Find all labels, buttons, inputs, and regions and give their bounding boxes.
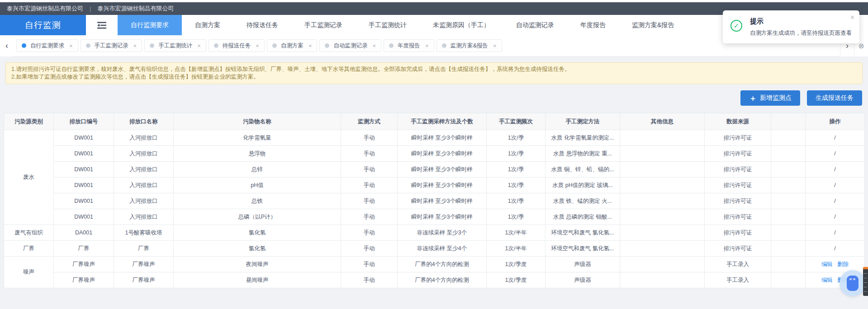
menu-collapse-button[interactable] — [86, 15, 118, 35]
company-name-primary: 泰兴市宏源钢丝制品有限公司 — [7, 5, 83, 13]
edit-link[interactable]: 编辑 — [821, 261, 833, 267]
cell-outlet-name: 1号酸雾吸收塔 — [114, 225, 174, 241]
tab-close-icon[interactable]: × — [425, 42, 429, 49]
cell-pollution-source-category: 废气有组织 — [4, 225, 54, 241]
cell-pollutant: 夜间噪声 — [174, 257, 341, 272]
cell-frequency: 1次/季度 — [487, 272, 545, 288]
tab-2[interactable]: 手工监测统计× — [144, 39, 206, 52]
toast-title: 提示 — [750, 17, 846, 26]
tab-5[interactable]: 自动监测记录× — [319, 39, 381, 52]
nav-item-7[interactable]: 年度报告 — [567, 15, 619, 35]
cell-sampling: 厂界的4个方向的检测 — [398, 257, 487, 272]
tab-0[interactable]: 自行监测要求× — [16, 39, 78, 52]
table-row: 废气有组织DA0011号酸雾吸收塔氯化氢手动非连续采样 至少3个1次/半年环境空… — [4, 225, 865, 241]
tab-close-icon[interactable]: × — [197, 42, 201, 49]
tab-label: 自行监测要求 — [30, 42, 64, 50]
cell-blank — [771, 178, 806, 193]
nav-item-1[interactable]: 自测方案 — [182, 15, 233, 35]
cell-sampling: 瞬时采样 至少3个瞬时样 — [398, 162, 487, 178]
cell-frequency: 1次/半年 — [487, 225, 545, 241]
cell-actions: / — [806, 146, 865, 162]
cell-outlet-name: 入河排放口 — [114, 146, 174, 162]
cell-source: 排污许可证 — [705, 241, 771, 257]
cell-method: 声级器 — [545, 257, 620, 272]
cell-pollutant: 总锌 — [174, 162, 341, 178]
tab-close-icon[interactable]: × — [256, 42, 259, 49]
edge-tick — [864, 282, 867, 283]
cell-mode: 手动 — [341, 209, 398, 225]
edge-toolbar[interactable] — [863, 267, 868, 296]
cell-sampling: 瞬时采样 至少3个瞬时样 — [398, 178, 487, 193]
delete-link[interactable]: 删除 — [837, 261, 849, 267]
cell-mode: 手动 — [341, 257, 398, 272]
cell-pollution-source-category: 噪声 — [4, 257, 54, 288]
column-header-9: 数据来源 — [705, 113, 771, 130]
generate-report-task-button[interactable]: 生成报送任务 — [807, 90, 862, 106]
cell-pollution-source-category: 废水 — [4, 130, 54, 225]
cell-sampling: 非连续采样 至少4个 — [398, 241, 487, 257]
cell-blank — [771, 193, 806, 209]
tab-3[interactable]: 待报送任务× — [209, 39, 265, 52]
tab-4[interactable]: 自测方案× — [267, 39, 318, 52]
monitoring-requirements-table: 污染源类别排放口编号排放口名称污染物名称监测方式手工监测采样方法及个数手工监测频… — [4, 113, 864, 288]
tab-label: 年度报告 — [398, 42, 420, 50]
tab-close-icon[interactable]: × — [69, 42, 73, 49]
tab-close-icon[interactable]: × — [133, 42, 137, 49]
tab-status-dot-icon — [22, 43, 26, 48]
tab-7[interactable]: 监测方案&报告× — [436, 39, 502, 52]
cell-outlet-no: DW001 — [54, 162, 114, 178]
cell-other — [620, 146, 705, 162]
table-toolbar: ＋ 新增监测点 生成报送任务 — [740, 90, 862, 106]
tab-1[interactable]: 手工监测记录× — [81, 39, 142, 52]
tab-close-icon[interactable]: × — [372, 42, 376, 49]
tabs-scroll-left-icon[interactable]: ‹ — [0, 35, 14, 56]
cell-actions: / — [806, 130, 865, 146]
edge-tick — [864, 273, 867, 274]
cell-outlet-no: DW001 — [54, 209, 114, 225]
column-header-3: 污染物名称 — [174, 113, 341, 130]
cell-method: 水质 化学需氧量的测定... — [545, 130, 620, 146]
edge-tick — [864, 287, 867, 287]
cell-source: 手工录入 — [705, 257, 771, 272]
nav-item-6[interactable]: 自动监测记录 — [503, 15, 567, 35]
tab-label: 待报送任务 — [223, 42, 251, 50]
cell-outlet-no: DW001 — [54, 146, 114, 162]
tab-status-dot-icon — [442, 43, 446, 48]
generate-report-task-label: 生成报送任务 — [816, 94, 854, 102]
cell-outlet-no: DW001 — [54, 130, 114, 146]
tab-close-icon[interactable]: × — [308, 42, 312, 49]
cell-mode: 手动 — [341, 225, 398, 241]
toast-close-icon[interactable]: × — [850, 14, 854, 22]
module-title: 自行监测 — [0, 15, 86, 35]
nav-item-5[interactable]: 未监测原因（手工） — [420, 15, 503, 35]
cell-pollutant: 昼间噪声 — [174, 272, 341, 288]
cell-mode: 手动 — [341, 241, 398, 257]
column-header-4: 监测方式 — [341, 113, 398, 130]
cell-source: 排污许可证 — [705, 225, 771, 241]
cell-actions: / — [806, 193, 865, 209]
cell-outlet-name: 入河排放口 — [114, 162, 174, 178]
cell-frequency: 1次/季 — [487, 209, 545, 225]
tab-close-icon[interactable]: × — [493, 42, 497, 49]
add-monitor-point-button[interactable]: ＋ 新增监测点 — [740, 90, 800, 106]
floating-extension-widget[interactable] — [840, 270, 866, 296]
nav-item-8[interactable]: 监测方案&报告 — [619, 15, 687, 35]
edit-link[interactable]: 编辑 — [821, 277, 833, 283]
cell-sampling: 瞬时采样 至少3个瞬时样 — [398, 130, 487, 146]
nav-item-0[interactable]: 自行监测要求 — [118, 15, 182, 35]
open-tabs: 自行监测要求×手工监测记录×手工监测统计×待报送任务×自测方案×自动监测记录×年… — [14, 39, 840, 52]
cell-pollutant: 化学需氧量 — [174, 130, 341, 146]
cell-method: 水质 铁、锰的测定 火... — [545, 193, 620, 209]
cell-mode: 手动 — [341, 146, 398, 162]
tab-6[interactable]: 年度报告× — [384, 39, 434, 52]
cell-blank — [771, 162, 806, 178]
cell-other — [620, 241, 705, 257]
cell-outlet-no: DW001 — [54, 178, 114, 193]
nav-item-4[interactable]: 手工监测统计 — [356, 15, 420, 35]
cell-blank — [771, 225, 806, 241]
cell-blank — [771, 272, 806, 288]
nav-item-2[interactable]: 待报送任务 — [233, 15, 291, 35]
table-row: 厂界噪声厂界噪声昼间噪声手动厂界的4个方向的检测1次/季度声级器手工录入编辑删除 — [4, 272, 865, 288]
nav-item-3[interactable]: 手工监测记录 — [291, 15, 356, 35]
cell-source: 排污许可证 — [705, 146, 771, 162]
